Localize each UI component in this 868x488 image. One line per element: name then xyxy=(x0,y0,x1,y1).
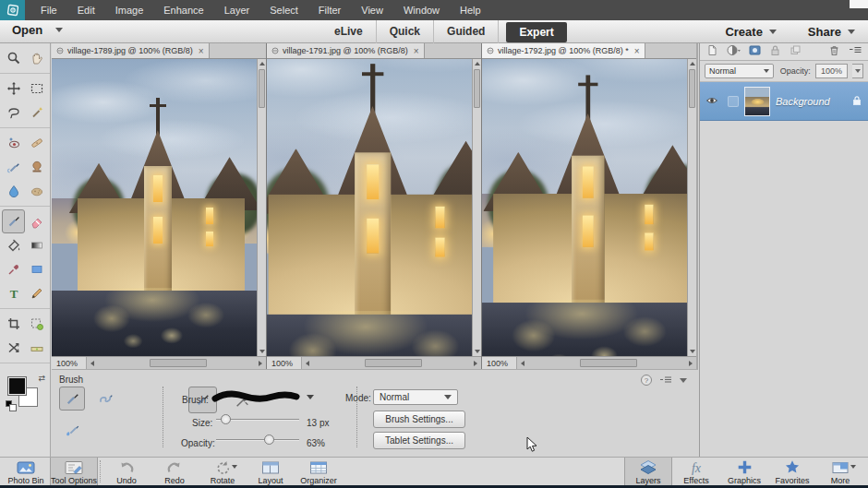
slider-thumb[interactable] xyxy=(221,414,231,424)
opacity-dropdown-icon[interactable] xyxy=(852,64,863,78)
hand-tool-icon[interactable] xyxy=(25,46,48,70)
menu-help[interactable]: Help xyxy=(450,0,491,20)
menu-layer[interactable]: Layer xyxy=(214,0,260,20)
panel-menu-icon[interactable] xyxy=(849,43,862,60)
default-colors-icon[interactable] xyxy=(6,400,12,407)
zoom-tool-icon[interactable] xyxy=(2,46,25,70)
close-tab-icon[interactable]: × xyxy=(634,47,640,55)
impressionist-brush-variant-button[interactable] xyxy=(92,387,118,411)
scroll-down-icon[interactable] xyxy=(475,350,480,353)
vertical-scrollbar[interactable] xyxy=(687,59,696,356)
brush-settings-button[interactable]: Brush Settings... xyxy=(373,411,465,428)
sponge-tool-icon[interactable] xyxy=(25,179,48,203)
tab-elive[interactable]: eLive xyxy=(321,20,377,43)
layer-row-background[interactable]: Background xyxy=(700,82,868,121)
rectangular-marquee-tool-icon[interactable] xyxy=(25,77,48,101)
spot-healing-brush-tool-icon[interactable] xyxy=(25,131,48,155)
red-eye-removal-tool-icon[interactable] xyxy=(2,131,25,155)
vertical-scrollbar[interactable] xyxy=(472,59,481,356)
scroll-up-icon[interactable] xyxy=(259,62,265,65)
scroll-left-icon[interactable] xyxy=(306,361,309,366)
paint-mode-select[interactable]: Normal xyxy=(373,389,458,405)
photo-canvas-3[interactable] xyxy=(482,59,696,356)
open-caret-icon[interactable] xyxy=(55,28,63,32)
collapse-panel-icon[interactable] xyxy=(680,378,687,383)
blur-tool-icon[interactable] xyxy=(2,179,25,203)
layer-mask-icon[interactable] xyxy=(749,43,761,60)
tool-options-button[interactable]: Tool Options xyxy=(50,458,98,485)
menu-window[interactable]: Window xyxy=(393,0,450,20)
photo-canvas-2[interactable] xyxy=(267,59,481,356)
color-picker-tool-icon[interactable] xyxy=(2,257,25,281)
move-tool-icon[interactable] xyxy=(2,77,25,101)
scroll-up-icon[interactable] xyxy=(475,62,480,65)
opacity-slider[interactable] xyxy=(216,434,299,445)
clone-stamp-tool-icon[interactable] xyxy=(25,155,48,179)
menu-filter[interactable]: Filter xyxy=(308,0,351,20)
color-replacement-variant-button[interactable] xyxy=(59,418,85,442)
scroll-up-icon[interactable] xyxy=(690,62,695,65)
menu-view[interactable]: View xyxy=(351,0,393,20)
graphics-button[interactable]: Graphics xyxy=(720,458,768,485)
scrollbar-thumb[interactable] xyxy=(365,359,422,367)
new-layer-icon[interactable] xyxy=(706,43,718,60)
scroll-right-icon[interactable] xyxy=(259,361,262,366)
layout-button[interactable]: Layout xyxy=(247,458,295,485)
smart-brush-tool-icon[interactable] xyxy=(2,155,25,179)
delete-layer-icon[interactable] xyxy=(828,43,840,60)
menu-edit[interactable]: Edit xyxy=(67,0,105,20)
more-caret-icon[interactable] xyxy=(850,465,856,469)
document-tab-3[interactable]: village-1792.jpg @ 100% (RGB/8) * × xyxy=(482,43,645,58)
slider-thumb[interactable] xyxy=(264,434,274,445)
close-tab-icon[interactable]: × xyxy=(414,47,419,55)
scroll-left-icon[interactable] xyxy=(521,361,524,366)
scroll-right-icon[interactable] xyxy=(474,361,477,366)
scrollbar-thumb[interactable] xyxy=(689,69,695,108)
opacity-value[interactable]: 100% xyxy=(815,64,848,78)
brush-tool-icon[interactable] xyxy=(2,209,25,233)
scrollbar-thumb[interactable] xyxy=(474,69,480,108)
undo-button[interactable]: Undo xyxy=(102,458,151,485)
tablet-settings-button[interactable]: Tablet Settings... xyxy=(373,432,465,449)
tab-guided[interactable]: Guided xyxy=(434,20,499,43)
paint-bucket-tool-icon[interactable] xyxy=(2,233,25,257)
panel-menu-icon[interactable] xyxy=(660,375,671,385)
scroll-left-icon[interactable] xyxy=(90,361,94,366)
horizontal-scrollbar[interactable] xyxy=(87,357,266,369)
menu-enhance[interactable]: Enhance xyxy=(153,0,213,20)
recompose-tool-icon[interactable] xyxy=(25,312,48,336)
rotate-button[interactable]: Rotate xyxy=(199,458,247,485)
more-button[interactable]: More xyxy=(816,458,864,485)
menu-select[interactable]: Select xyxy=(259,0,308,20)
type-tool-icon[interactable]: T xyxy=(2,281,25,305)
scroll-right-icon[interactable] xyxy=(689,361,693,366)
brush-variant-button[interactable] xyxy=(59,387,85,411)
tab-expert[interactable]: Expert xyxy=(506,22,566,42)
shape-tool-icon[interactable] xyxy=(25,257,48,281)
lasso-tool-icon[interactable] xyxy=(2,101,25,125)
pencil-tool-icon[interactable] xyxy=(25,281,48,305)
menu-file[interactable]: File xyxy=(30,0,67,20)
document-tab-1[interactable]: village-1789.jpg @ 100% (RGB/8) × xyxy=(52,43,210,58)
duplicate-layer-icon[interactable] xyxy=(790,43,802,60)
content-aware-move-tool-icon[interactable] xyxy=(2,336,25,360)
crop-tool-icon[interactable] xyxy=(2,312,25,336)
scrollbar-thumb[interactable] xyxy=(259,69,265,108)
open-button[interactable]: Open xyxy=(12,23,63,37)
layer-name[interactable]: Background xyxy=(776,96,846,107)
close-tab-icon[interactable]: × xyxy=(199,47,204,55)
scroll-down-icon[interactable] xyxy=(690,350,695,353)
layers-button[interactable]: Layers xyxy=(624,458,672,485)
photo-bin-button[interactable]: Photo Bin xyxy=(2,458,50,485)
help-icon[interactable]: ? xyxy=(641,375,652,386)
foreground-color-swatch[interactable] xyxy=(7,376,27,396)
effects-button[interactable]: fx Effects xyxy=(672,458,720,485)
eraser-tool-icon[interactable] xyxy=(25,209,48,233)
favorites-button[interactable]: Favorites xyxy=(768,458,816,485)
rotate-caret-icon[interactable] xyxy=(232,465,237,469)
scrollbar-thumb[interactable] xyxy=(580,359,637,367)
create-button[interactable]: Create xyxy=(725,25,776,39)
horizontal-scrollbar[interactable] xyxy=(517,357,696,369)
slider-track[interactable] xyxy=(216,439,299,441)
vertical-scrollbar[interactable] xyxy=(257,59,266,356)
